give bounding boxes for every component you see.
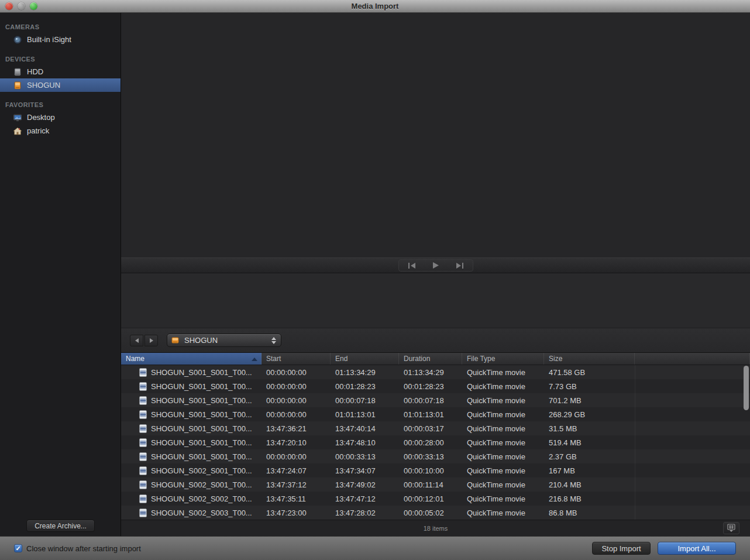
cell-file-type: QuickTime movie	[462, 410, 544, 419]
create-archive-button[interactable]: Create Archive...	[26, 520, 95, 532]
minimize-window-button[interactable]	[18, 2, 25, 10]
cell-end: 00:01:28:23	[331, 382, 399, 391]
sidebar-section-header: CAMERAS	[0, 21, 121, 33]
close-window-button[interactable]	[5, 2, 13, 10]
table-row[interactable]: SHOGUN_S001_S001_T00...00:00:00:0001:13:…	[121, 365, 750, 379]
column-header-filler	[635, 353, 750, 365]
main-panel: SHOGUN Name Start End Duration F	[121, 13, 750, 536]
skip-to-start-button[interactable]	[405, 260, 420, 270]
bottom-bar: ✓ Close window after starting import Sto…	[0, 536, 750, 560]
column-header-filetype[interactable]: File Type	[462, 353, 544, 365]
movie-file-icon	[139, 509, 147, 517]
device-selector-popup[interactable]: SHOGUN	[167, 334, 281, 347]
column-header-name[interactable]: Name	[121, 353, 262, 365]
sidebar-item-patrick[interactable]: patrick	[0, 124, 121, 138]
file-name: SHOGUN_S001_S001_T00...	[151, 382, 252, 391]
table-body: SHOGUN_S001_S001_T00...00:00:00:0001:13:…	[121, 365, 750, 520]
cell-duration: 00:00:03:17	[399, 424, 462, 433]
cell-duration: 01:01:13:01	[399, 410, 462, 419]
sidebar-item-shogun[interactable]: SHOGUN	[0, 78, 121, 92]
skip-to-end-icon	[455, 262, 464, 269]
sidebar-item-hdd[interactable]: HDD	[0, 65, 121, 78]
cell-start: 13:47:24:07	[262, 466, 331, 475]
popup-stepper-icon	[271, 337, 277, 344]
table-row[interactable]: SHOGUN_S002_S001_T00...13:47:37:1213:47:…	[121, 477, 750, 492]
back-button[interactable]	[130, 335, 143, 346]
sidebar: CAMERASBuilt-in iSightDEVICESHDDSHOGUNFA…	[0, 13, 121, 536]
cell-end: 13:47:48:10	[331, 438, 399, 447]
table-row[interactable]: SHOGUN_S002_S001_T00...13:47:24:0713:47:…	[121, 463, 750, 477]
clip-appearance-button[interactable]	[723, 522, 739, 534]
file-name: SHOGUN_S001_S001_T00...	[151, 368, 252, 377]
table-row[interactable]: SHOGUN_S001_S001_T00...00:00:00:0000:00:…	[121, 449, 750, 463]
close-after-import-checkbox[interactable]: ✓	[14, 544, 22, 552]
cell-duration: 00:01:28:23	[399, 382, 462, 391]
sidebar-item-built-in-isight[interactable]: Built-in iSight	[0, 33, 121, 46]
scrollbar-thumb[interactable]	[744, 366, 749, 410]
cell-end: 00:00:33:13	[331, 452, 399, 461]
table-row[interactable]: SHOGUN_S001_S001_T00...00:00:00:0000:00:…	[121, 393, 750, 407]
cell-file-type: QuickTime movie	[462, 382, 544, 391]
cell-start: 13:47:23:00	[262, 509, 331, 517]
cell-size: 7.73 GB	[544, 382, 635, 391]
file-name: SHOGUN_S002_S001_T00...	[151, 466, 252, 475]
cell-duration: 00:00:11:14	[399, 480, 462, 489]
cell-name: SHOGUN_S001_S001_T00...	[121, 368, 262, 377]
file-name: SHOGUN_S001_S001_T00...	[151, 396, 252, 405]
column-header-end[interactable]: End	[331, 353, 399, 365]
cell-start: 13:47:36:21	[262, 424, 331, 433]
table-row[interactable]: SHOGUN_S002_S002_T00...13:47:35:1113:47:…	[121, 492, 750, 506]
cell-name: SHOGUN_S001_S001_T00...	[121, 396, 262, 405]
titlebar[interactable]: Media Import	[0, 0, 750, 13]
table-row[interactable]: SHOGUN_S001_S001_T00...00:00:00:0000:01:…	[121, 379, 750, 393]
cell-file-type: QuickTime movie	[462, 494, 544, 503]
cell-size: 86.8 MB	[544, 509, 635, 517]
column-header-duration[interactable]: Duration	[399, 353, 462, 365]
sidebar-item-label: Desktop	[27, 113, 55, 122]
play-icon	[432, 262, 439, 269]
camera-icon	[13, 35, 22, 44]
filmstrip-icon	[727, 524, 736, 532]
play-button[interactable]	[428, 260, 443, 270]
sidebar-item-label: SHOGUN	[27, 81, 60, 90]
column-header-size[interactable]: Size	[544, 353, 635, 365]
cell-name: SHOGUN_S001_S001_T00...	[121, 410, 262, 419]
import-all-button[interactable]: Import All...	[658, 542, 736, 555]
cell-end: 13:47:34:07	[331, 466, 399, 475]
cell-duration: 00:00:05:02	[399, 509, 462, 517]
table-row[interactable]: SHOGUN_S001_S001_T00...13:47:20:1013:47:…	[121, 435, 750, 449]
table-row[interactable]: SHOGUN_S001_S001_T00...13:47:36:2113:47:…	[121, 421, 750, 435]
window-title: Media Import	[0, 2, 750, 11]
movie-file-icon	[139, 494, 147, 503]
cell-start: 00:00:00:00	[262, 410, 331, 419]
zoom-window-button[interactable]	[30, 2, 37, 10]
file-name: SHOGUN_S002_S002_T00...	[151, 494, 252, 503]
vertical-scrollbar[interactable]	[744, 366, 749, 520]
skip-to-start-icon	[408, 262, 417, 269]
file-name: SHOGUN_S001_S001_T00...	[151, 438, 252, 447]
cell-size: 216.8 MB	[544, 494, 635, 503]
cell-start: 13:47:35:11	[262, 494, 331, 503]
desktop-icon	[13, 113, 22, 122]
cell-end: 01:13:34:29	[331, 368, 399, 377]
cell-end: 13:47:47:12	[331, 494, 399, 503]
table-row[interactable]: SHOGUN_S002_S003_T00...13:47:23:0013:47:…	[121, 506, 750, 520]
skip-to-end-button[interactable]	[452, 260, 467, 270]
cell-file-type: QuickTime movie	[462, 438, 544, 447]
cell-duration: 00:00:33:13	[399, 452, 462, 461]
table-row[interactable]: SHOGUN_S001_S001_T00...00:00:00:0001:01:…	[121, 407, 750, 421]
close-after-import-label: Close window after starting import	[26, 544, 141, 553]
column-separator	[635, 365, 635, 520]
close-after-import-option[interactable]: ✓ Close window after starting import	[14, 544, 141, 553]
cell-file-type: QuickTime movie	[462, 368, 544, 377]
stop-import-button[interactable]: Stop Import	[592, 542, 651, 555]
movie-file-icon	[139, 396, 147, 405]
forward-arrow-icon	[149, 338, 154, 343]
column-header-start[interactable]: Start	[262, 353, 331, 365]
sidebar-item-desktop[interactable]: Desktop	[0, 111, 121, 124]
traffic-lights	[5, 2, 37, 10]
forward-button[interactable]	[145, 335, 158, 346]
back-arrow-icon	[134, 338, 140, 343]
device-selector-value: SHOGUN	[184, 336, 271, 345]
cell-size: 2.37 GB	[544, 452, 635, 461]
